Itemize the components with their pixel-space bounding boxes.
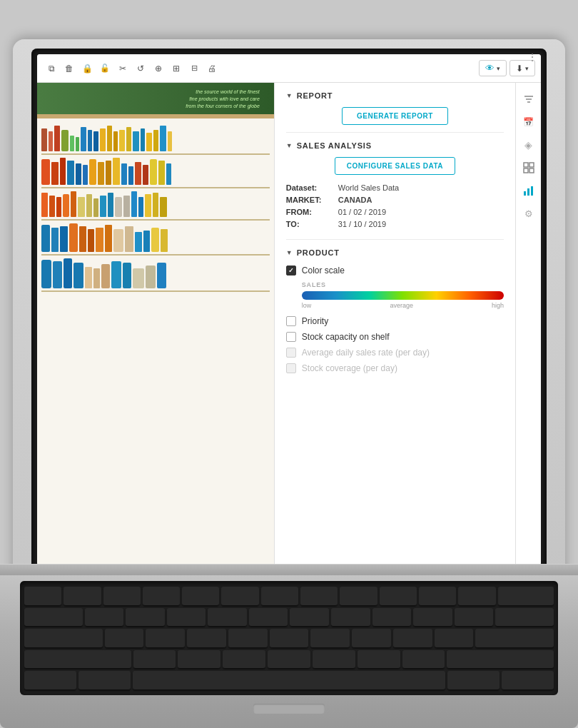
side-icons-panel: 📅 ◈ ⚙ (515, 83, 541, 565)
shelf-row-4 (41, 223, 270, 256)
product-section-header: ▼ PRODUCT (286, 248, 504, 257)
download-chevron: ▾ (525, 65, 529, 72)
store-panel: the source world of the finestfine produ… (37, 83, 274, 565)
color-scale-checkbox[interactable]: ✓ (286, 266, 296, 275)
product-title: PRODUCT (297, 248, 340, 257)
stock-capacity-checkbox-row[interactable]: Stock capacity on shelf (286, 332, 504, 342)
stock-coverage-label: Stock coverage (per day) (302, 363, 397, 373)
svg-rect-4 (529, 163, 534, 167)
view-button[interactable]: 👁 ▾ (479, 60, 507, 76)
main-area: the source world of the finestfine produ… (37, 83, 541, 565)
lock-icon[interactable]: 🔒 (78, 60, 96, 77)
key (133, 650, 176, 669)
shelf-row-3 (41, 191, 270, 221)
priority-checkbox-row[interactable]: Priority (286, 316, 504, 326)
trash-icon[interactable]: 🗑 (61, 60, 78, 77)
sales-label: SALES (302, 281, 504, 288)
shelf-row-1 (41, 126, 270, 155)
side-icon-filters[interactable] (518, 89, 539, 110)
stock-capacity-checkbox[interactable] (286, 332, 296, 342)
scissors-icon[interactable]: ✂ (114, 60, 131, 77)
key (187, 629, 226, 647)
side-icon-chart[interactable] (518, 180, 539, 201)
keyboard-keys-area (20, 581, 558, 695)
side-icon-settings[interactable]: ⚙ (518, 203, 539, 224)
download-icon: ⬇ (516, 64, 523, 74)
scale-low-label: low (302, 302, 312, 309)
key (435, 629, 474, 647)
report-chevron: ▼ (286, 92, 293, 99)
keyboard-base (0, 564, 578, 728)
key-row-1 (24, 587, 554, 605)
generate-report-button[interactable]: GENERATE REPORT (342, 107, 448, 125)
key (103, 587, 141, 605)
key (413, 608, 452, 627)
priority-checkbox[interactable] (286, 316, 296, 326)
shelf-row-2 (41, 158, 270, 188)
avg-daily-checkbox-row: Average daily sales rate (per day) (286, 348, 504, 358)
key (78, 671, 131, 689)
settings-panel: ▼ REPORT GENERATE REPORT ▼ SALES ANALYSI… (274, 83, 515, 565)
stock-capacity-label: Stock capacity on shelf (302, 332, 390, 342)
scale-avg-label: average (390, 302, 413, 309)
side-icon-cube[interactable]: ◈ (518, 134, 539, 156)
rotate-icon[interactable]: ↺ (132, 60, 149, 77)
shift-right-key (447, 650, 554, 669)
side-icon-calendar[interactable]: 📅 (518, 111, 539, 133)
copy-icon[interactable]: ⧉ (43, 60, 60, 77)
from-label: FROM: (286, 208, 333, 216)
svg-rect-7 (524, 191, 526, 196)
grid2-icon[interactable]: ⊟ (186, 60, 203, 77)
store-banner: the source world of the finestfine produ… (37, 83, 274, 118)
report-title: REPORT (297, 91, 333, 100)
key (352, 629, 391, 647)
sales-section-header: ▼ SALES ANALYSIS (286, 141, 504, 150)
key-row-2 (24, 608, 554, 627)
check-mark: ✓ (288, 267, 294, 274)
stock-coverage-checkbox (286, 363, 296, 373)
zoom-icon[interactable]: ⊕ (150, 60, 167, 77)
grid-icon[interactable]: ⊞ (168, 60, 185, 77)
key (24, 608, 83, 627)
scale-labels: low average high (302, 302, 504, 309)
key (85, 608, 124, 627)
view-chevron: ▾ (497, 65, 500, 72)
stock-coverage-checkbox-row: Stock coverage (per day) (286, 363, 504, 373)
from-value: 01 / 02 / 2019 (338, 208, 386, 216)
key (143, 587, 180, 605)
shelves-container (37, 118, 274, 292)
key-row-3 (24, 629, 554, 647)
key (178, 650, 220, 669)
key (105, 629, 144, 647)
sales-section: ▼ SALES ANALYSIS CONFIGURE SALES DATA Da… (275, 133, 515, 239)
shelf-row-5 (41, 258, 270, 292)
key (290, 608, 329, 627)
color-scale-label: Color scale (302, 266, 345, 275)
priority-label: Priority (302, 316, 328, 326)
side-icon-table[interactable] (518, 157, 539, 178)
configure-sales-button[interactable]: CONFIGURE SALES DATA (335, 157, 455, 175)
print-icon[interactable]: 🖨 (203, 60, 220, 77)
key (24, 671, 76, 689)
trackpad (253, 704, 325, 714)
key (167, 608, 206, 627)
color-scale-checkbox-row[interactable]: ✓ Color scale (286, 266, 504, 275)
key (402, 650, 445, 669)
unlock-icon[interactable]: 🔓 (96, 60, 113, 77)
from-row: FROM: 01 / 02 / 2019 (286, 208, 504, 216)
three-dots-menu[interactable]: ⋮ (527, 51, 538, 63)
color-scale-bar (302, 291, 504, 300)
key (228, 629, 268, 647)
product-section: ▼ PRODUCT ✓ Color scale SALES (275, 240, 515, 389)
dataset-row: Dataset: World Sales Data (286, 183, 504, 192)
sales-chevron: ▼ (286, 142, 293, 149)
toolbar: ⧉ 🗑 🔒 🔓 ✂ ↺ ⊕ ⊞ ⊟ 🖨 👁 ▾ ⬇ ▾ (37, 54, 541, 83)
key (64, 587, 101, 605)
key (268, 650, 310, 669)
svg-rect-6 (529, 168, 534, 173)
key (221, 587, 258, 605)
sales-scale-container: SALES low average high (302, 281, 504, 309)
key (495, 608, 554, 627)
svg-rect-3 (524, 163, 528, 167)
market-label: MARKET: (286, 196, 333, 204)
